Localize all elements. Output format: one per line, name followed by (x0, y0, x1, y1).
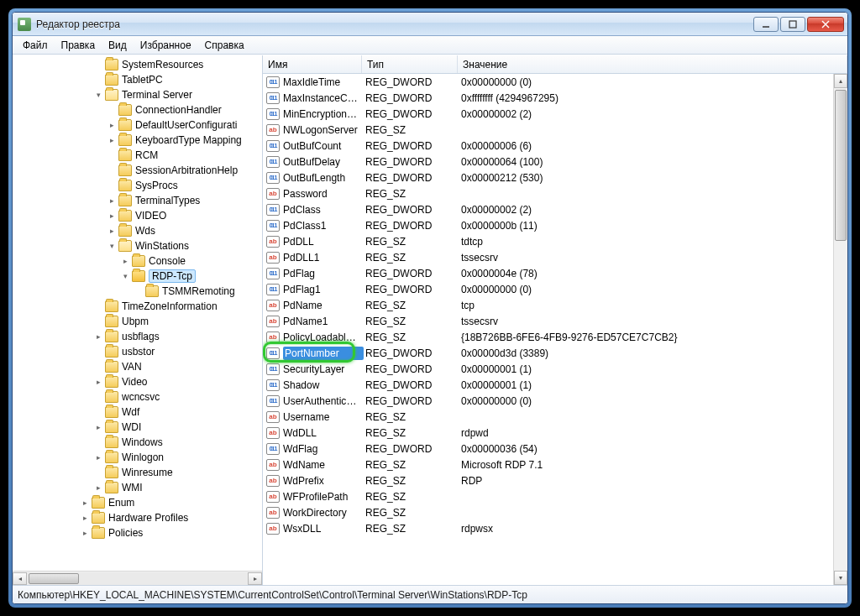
tree-node[interactable]: TimeZoneInformation (13, 299, 262, 314)
value-row[interactable]: PdDLL1REG_SZtssecsrv (263, 249, 833, 265)
value-row[interactable]: WFProfilePathREG_SZ (263, 488, 833, 504)
tree-node[interactable]: SysProcs (13, 178, 262, 193)
value-row[interactable]: MinEncryptionL...REG_DWORD0x00000002 (2) (263, 106, 833, 122)
value-row[interactable]: PdName1REG_SZtssecsrv (263, 313, 833, 329)
menu-file[interactable]: Файл (16, 38, 55, 53)
tree-node[interactable]: ▸DefaultUserConfigurati (13, 117, 262, 133)
expand-closed-icon[interactable]: ▸ (107, 121, 117, 129)
scroll-right-icon[interactable]: ▸ (248, 572, 262, 585)
value-row[interactable]: PasswordREG_SZ (263, 185, 833, 201)
menu-view[interactable]: Вид (102, 38, 134, 53)
tree-node[interactable]: Windows (13, 435, 262, 450)
value-row[interactable]: PdDLLREG_SZtdtcp (263, 233, 833, 249)
value-row[interactable]: UserAuthenticat...REG_DWORD0x00000000 (0… (263, 393, 833, 409)
tree-node[interactable]: ▸TerminalTypes (13, 193, 262, 208)
value-row[interactable]: PdClassREG_DWORD0x00000002 (2) (263, 201, 833, 217)
tree-hscrollbar[interactable]: ◂ ▸ (13, 571, 262, 585)
tree-node[interactable]: SystemResources (13, 57, 262, 72)
expand-closed-icon[interactable]: ▸ (107, 227, 117, 235)
expand-closed-icon[interactable]: ▸ (93, 378, 103, 386)
list-vscrollbar[interactable]: ▴ ▾ (833, 74, 847, 585)
column-value[interactable]: Значение (458, 55, 847, 73)
tree-node[interactable]: ▾Terminal Server (13, 87, 262, 102)
column-type[interactable]: Тип (362, 55, 458, 73)
value-row[interactable]: NWLogonServerREG_SZ (263, 122, 833, 138)
value-row[interactable]: PortNumberREG_DWORD0x00000d3d (3389) (263, 345, 833, 361)
tree-node[interactable]: wcncsvc (13, 389, 262, 405)
tree-node[interactable]: ▸Policies (13, 525, 262, 540)
tree-node[interactable]: Ubpm (13, 314, 262, 329)
minimize-button[interactable] (753, 17, 779, 32)
tree-node[interactable]: ▸Enum (13, 495, 262, 510)
tree-node[interactable]: usbstor (13, 344, 262, 359)
close-button[interactable] (807, 17, 844, 32)
value-row[interactable]: WorkDirectoryREG_SZ (263, 504, 833, 520)
expand-closed-icon[interactable]: ▸ (107, 136, 117, 144)
value-row[interactable]: WsxDLLREG_SZrdpwsx (263, 520, 833, 536)
hscroll-thumb[interactable] (29, 573, 79, 584)
tree-node[interactable]: SessionArbitrationHelp (13, 163, 262, 178)
expand-closed-icon[interactable]: ▸ (93, 453, 103, 462)
value-row[interactable]: OutBufLengthREG_DWORD0x00000212 (530) (263, 170, 833, 185)
value-row[interactable]: PdFlag1REG_DWORD0x00000000 (0) (263, 281, 833, 297)
value-row[interactable]: WdPrefixREG_SZRDP (263, 472, 833, 488)
tree-node[interactable]: TSMMRemoting (13, 284, 262, 299)
expand-open-icon[interactable]: ▾ (120, 272, 130, 280)
tree-node[interactable]: ▸Hardware Profiles (13, 510, 262, 525)
tree-node[interactable]: ConnectionHandler (13, 102, 262, 117)
expand-open-icon[interactable]: ▾ (107, 242, 117, 250)
expand-closed-icon[interactable]: ▸ (93, 483, 103, 492)
value-row[interactable]: ShadowREG_DWORD0x00000001 (1) (263, 377, 833, 393)
menu-favorites[interactable]: Избранное (134, 38, 198, 53)
expand-closed-icon[interactable]: ▸ (80, 529, 90, 537)
tree-node[interactable]: ▾RDP-Tcp (13, 269, 262, 284)
tree-node[interactable]: ▸Wds (13, 223, 262, 238)
value-row[interactable]: WdNameREG_SZMicrosoft RDP 7.1 (263, 457, 833, 472)
tree-node[interactable]: ▸usbflags (13, 329, 262, 344)
value-row[interactable]: PdFlagREG_DWORD0x0000004e (78) (263, 265, 833, 281)
expand-closed-icon[interactable]: ▸ (93, 332, 103, 341)
tree-node[interactable]: TabletPC (13, 72, 262, 87)
vscroll-thumb[interactable] (835, 90, 847, 241)
expand-closed-icon[interactable]: ▸ (120, 257, 130, 265)
tree-node[interactable]: ▸WDI (13, 420, 262, 435)
column-name[interactable]: Имя (263, 55, 362, 73)
tree-node[interactable]: VAN (13, 359, 262, 374)
tree-node[interactable]: RCM (13, 148, 262, 163)
registry-tree[interactable]: SystemResourcesTabletPC▾Terminal ServerC… (13, 55, 262, 542)
value-row[interactable]: UsernameREG_SZ (263, 409, 833, 425)
tree-node[interactable]: ▸KeyboardType Mapping (13, 133, 262, 148)
tree-node[interactable]: Wdf (13, 405, 262, 420)
tree-node[interactable]: ▾WinStations (13, 238, 262, 253)
menu-help[interactable]: Справка (198, 38, 251, 53)
value-row[interactable]: OutBufCountREG_DWORD0x00000006 (6) (263, 138, 833, 154)
value-row[interactable]: OutBufDelayREG_DWORD0x00000064 (100) (263, 154, 833, 170)
scroll-left-icon[interactable]: ◂ (13, 572, 27, 585)
expand-open-icon[interactable]: ▾ (93, 91, 103, 99)
menu-edit[interactable]: Правка (55, 38, 102, 53)
value-row[interactable]: PolicyLoadableP...REG_SZ{18B726BB-6FE6-4… (263, 329, 833, 345)
tree-node[interactable]: ▸Console (13, 253, 262, 269)
tree-node[interactable]: ▸VIDEO (13, 208, 262, 223)
tree-node[interactable]: ▸WMI (13, 480, 262, 495)
expand-closed-icon[interactable]: ▸ (80, 499, 90, 507)
scroll-up-icon[interactable]: ▴ (834, 74, 847, 88)
value-row[interactable]: WdDLLREG_SZrdpwd (263, 425, 833, 441)
value-row[interactable]: PdClass1REG_DWORD0x0000000b (11) (263, 217, 833, 233)
expand-closed-icon[interactable]: ▸ (107, 211, 117, 220)
value-row[interactable]: MaxInstanceCo...REG_DWORD0xffffffff (429… (263, 90, 833, 106)
scroll-down-icon[interactable]: ▾ (834, 571, 847, 585)
tree-node[interactable]: ▸Winlogon (13, 450, 262, 465)
tree-node[interactable]: ▸Video (13, 374, 262, 389)
maximize-button[interactable] (780, 17, 805, 32)
value-row[interactable]: PdNameREG_SZtcp (263, 297, 833, 313)
expand-closed-icon[interactable]: ▸ (107, 196, 117, 205)
value-row[interactable]: SecurityLayerREG_DWORD0x00000001 (1) (263, 361, 833, 377)
expand-closed-icon[interactable]: ▸ (93, 423, 103, 431)
value-row[interactable]: WdFlagREG_DWORD0x00000036 (54) (263, 441, 833, 457)
value-row[interactable]: MaxIdleTimeREG_DWORD0x00000000 (0) (263, 74, 833, 90)
tree-node[interactable]: Winresume (13, 465, 262, 480)
titlebar[interactable]: Редактор реестра (13, 13, 847, 36)
value-list[interactable]: MaxIdleTimeREG_DWORD0x00000000 (0)MaxIns… (263, 74, 833, 536)
expand-closed-icon[interactable]: ▸ (80, 514, 90, 522)
